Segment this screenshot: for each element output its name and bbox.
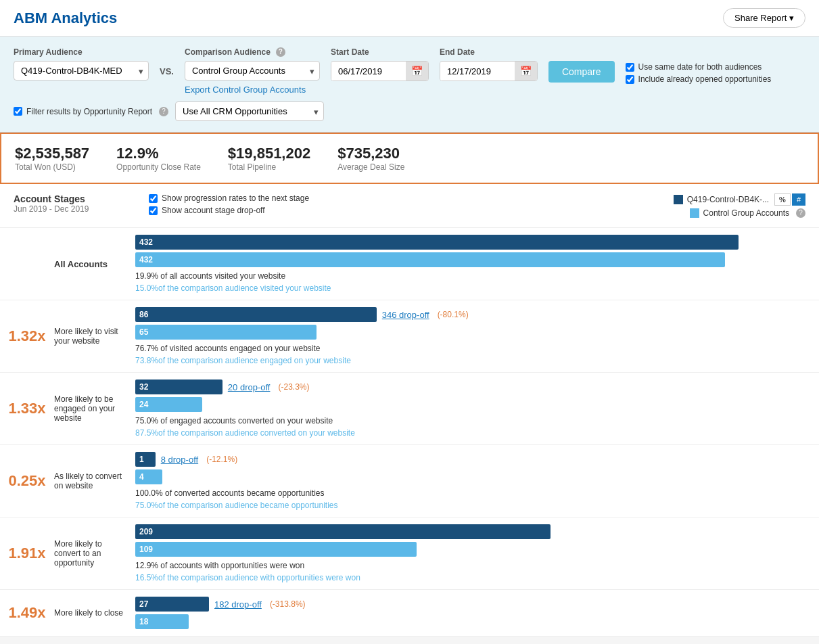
bar-comparison: 18 [135,614,189,629]
metric-item: $2,535,587 Total Won (USD) [15,145,89,172]
stat-primary: 12.9% of accounts with opportunities wer… [135,561,805,570]
metric-item: 12.9% Opportunity Close Rate [116,145,201,172]
bar-row-primary: 86 346 drop-off (-80.1%) [135,307,805,322]
opportunity-filter-row: Filter results by Opportunity Report ? U… [14,101,805,121]
show-progression-checkbox[interactable] [149,194,158,203]
start-date-input[interactable] [331,62,406,80]
primary-audience-group: Primary Audience Q419-Control-DB4K-MED [14,47,149,80]
comparison-audience-select-wrapper[interactable]: Control Group Accounts [185,61,320,80]
bar-primary: 32 [135,380,223,394]
date-options-group: Use same date for both audiences Include… [626,62,772,84]
same-date-label: Use same date for both audiences [638,62,762,72]
toggle-percent-button[interactable]: % [774,193,791,206]
comparison-audience-group: Comparison Audience ? Control Group Acco… [185,47,320,95]
opportunity-info-icon[interactable]: ? [159,107,168,116]
bar-comparison: 4 [135,469,162,484]
stages-options: Show progression rates to the next stage… [149,193,309,215]
all-accounts-bars: 432 432 19.9% of all accounts visited yo… [135,235,819,293]
same-date-checkbox[interactable] [626,63,634,72]
metric-label: Average Deal Size [337,162,404,172]
main-content: Account Stages Jun 2019 - Dec 2019 Show … [0,184,819,637]
end-date-label: End Date [440,47,538,57]
comparison-info-icon[interactable]: ? [276,47,285,57]
filter-opportunity-checkbox[interactable] [14,107,22,116]
toggle-hash-button[interactable]: # [792,193,805,206]
app-title: ABM Analytics [14,9,117,27]
metric-value: $19,851,202 [228,145,310,162]
bar-row-primary: 1 8 drop-off (-12.1%) [135,452,805,467]
start-date-wrapper: 📅 [331,61,429,81]
opportunity-select[interactable]: Use All CRM Opportunities [175,101,324,121]
comparison-legend-info-icon[interactable]: ? [796,208,805,218]
end-date-calendar-icon[interactable]: 📅 [515,62,537,80]
bars-col: 1 8 drop-off (-12.1%) 4 100.0% of conver… [135,452,819,510]
metric-label: Opportunity Close Rate [116,162,201,172]
stage-label: More likely to convert to an opportunity [54,524,135,582]
account-stages-header: Account Stages Jun 2019 - Dec 2019 Show … [0,184,819,228]
stat-comparison: 16.5%of the comparison audience with opp… [135,573,805,582]
bars-col: 86 346 drop-off (-80.1%) 65 76.7% of vis… [135,307,819,365]
export-link[interactable]: Export Control Group Accounts [185,85,320,95]
start-date-group: Start Date 📅 [331,47,429,81]
comparison-audience-label: Comparison Audience ? [185,47,320,57]
drop-off-link[interactable]: 20 drop-off [228,382,271,392]
start-date-label: Start Date [331,47,429,57]
same-date-row: Use same date for both audiences [626,62,772,72]
drop-off-pct: (-80.1%) [438,310,469,319]
show-progression-label: Show progression rates to the next stage [162,193,309,203]
end-date-group: End Date 📅 [440,47,538,81]
bar-comparison: 65 [135,325,317,340]
stat-primary: 75.0% of engaged accounts converted on y… [135,416,805,426]
legend-block: Q419-Control-DB4K-... % # Control Group … [674,193,805,218]
bar-row-comparison: 24 [135,397,805,412]
end-date-input[interactable] [440,62,515,80]
primary-audience-select[interactable]: Q419-Control-DB4K-MED [14,61,149,80]
bar-row-comparison: 65 [135,325,805,340]
compare-button[interactable]: Compare [548,61,615,83]
bar-row-primary: 32 20 drop-off (-23.3%) [135,380,805,394]
share-report-button[interactable]: Share Report ▾ [723,8,805,28]
stage-row-convert-website: 0.25x As likely to convert on website 1 … [0,445,819,518]
bar-row-primary: 27 182 drop-off (-313.8%) [135,597,805,612]
metric-value: $2,535,587 [15,145,89,162]
stage-label: More likely to close [54,597,135,629]
drop-off-link[interactable]: 8 drop-off [161,455,198,465]
drop-off-link[interactable]: 346 drop-off [382,310,429,320]
bar-primary: 209 [135,524,551,539]
legend-comparison-color [690,208,699,218]
include-opened-row: Include already opened opportunities [626,74,772,84]
end-date-wrapper: 📅 [440,61,538,81]
bar-primary: 86 [135,307,377,322]
metric-value: $735,230 [337,145,404,162]
comparison-audience-select[interactable]: Control Group Accounts [185,61,320,80]
stage-row-engaged-website: 1.33x More likely to be engaged on your … [0,373,819,445]
legend-comparison-label: Control Group Accounts [703,208,789,218]
show-dropoff-row: Show account stage drop-off [149,206,309,215]
include-opened-checkbox[interactable] [626,75,634,84]
opportunity-select-wrapper[interactable]: Use All CRM Opportunities [175,101,324,121]
primary-audience-label: Primary Audience [14,47,149,57]
metric-value: 12.9% [116,145,201,162]
stat-comparison: 15.0%of the comparison audience visited … [135,283,805,293]
drop-off-link[interactable]: 182 drop-off [214,599,262,610]
drop-off-pct: (-313.8%) [270,599,306,609]
bars-col: 32 20 drop-off (-23.3%) 24 75.0% of enga… [135,380,819,438]
primary-audience-select-wrapper[interactable]: Q419-Control-DB4K-MED [14,61,149,80]
stat-primary: 76.7% of visited accounts engaged on you… [135,344,805,353]
bars-col: 209 109 12.9% of accounts with opportuni… [135,524,819,582]
app-header: ABM Analytics Share Report ▾ [0,0,819,37]
metric-label: Total Pipeline [228,162,310,172]
metrics-panel: $2,535,587 Total Won (USD) 12.9% Opportu… [0,133,819,184]
stage-label: More likely to visit your website [54,307,135,365]
bar-row-comparison: 109 [135,542,805,557]
show-dropoff-checkbox[interactable] [149,206,158,215]
metric-item: $735,230 Average Deal Size [337,145,404,172]
start-date-calendar-icon[interactable]: 📅 [406,62,428,80]
toggle-buttons: % # [774,193,805,206]
metric-label: Total Won (USD) [15,162,89,172]
legend-primary-color [674,195,683,204]
drop-off-pct: (-23.3%) [278,382,309,392]
filter-opportunity-label: Filter results by Opportunity Report [26,107,152,116]
include-opened-label: Include already opened opportunities [638,74,772,84]
bar-row-primary: 209 [135,524,805,539]
